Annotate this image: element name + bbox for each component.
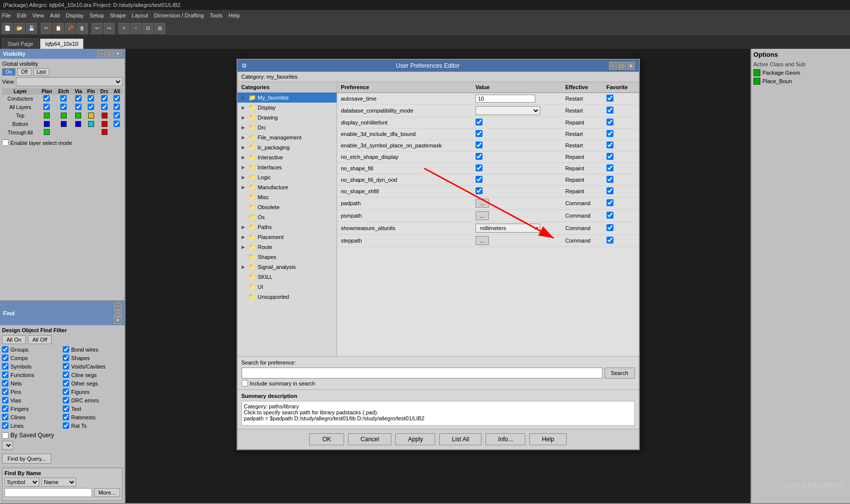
showmeasure-fav-cb[interactable] [607,224,613,231]
toolbar-zoomall[interactable]: ⊞ [154,23,165,34]
view-select[interactable] [16,77,122,86]
voids-cb[interactable] [63,363,69,370]
menu-view[interactable]: View [32,12,44,18]
cat-misc[interactable]: 📁 Misc [238,192,337,202]
toolbar-cut[interactable]: ✂ [41,23,52,34]
no-shape-dyn-cb[interactable] [476,176,483,183]
functions-cb[interactable] [2,372,8,378]
cat-shapes[interactable]: 📁 Shapes [238,252,337,262]
toolbar-undo[interactable]: ↩ [92,23,103,34]
search-pref-btn[interactable]: Search [605,368,635,378]
toolbar-open[interactable]: 📂 [14,23,25,34]
all-drc-cb[interactable] [101,104,108,110]
showmeasure-select[interactable]: millimeters inches [476,224,540,233]
toolbar-new[interactable]: 📄 [2,23,13,34]
conductors-pin-cb[interactable] [88,95,94,102]
nets-cb[interactable] [2,380,8,386]
include-summary-cb[interactable] [242,380,248,386]
toolbar-redo[interactable]: ↪ [104,23,115,34]
db-compat-select[interactable] [476,106,540,115]
no-etch-cb[interactable] [476,153,483,160]
psmpath-btn[interactable]: ... [476,211,489,220]
name-field-select[interactable]: Name Value [41,478,76,487]
menu-edit[interactable]: Edit [17,12,26,18]
3d-dfa-fav-cb[interactable] [607,130,613,137]
visibility-minimize[interactable]: − [98,50,105,57]
all-on-btn[interactable]: All On [2,335,26,344]
cat-paths[interactable]: ▶ 📁 Paths [238,222,337,232]
find-by-query-btn[interactable]: Find by Query... [2,454,51,464]
toolbar-paste[interactable]: 📌 [65,23,76,34]
menu-shape[interactable]: Shape [110,12,126,18]
nohilitefont-cb[interactable] [476,119,483,126]
toolbar-save[interactable]: 💾 [26,23,37,34]
all-off-btn[interactable]: All Off [28,335,52,344]
dialog-close[interactable]: ✕ [627,62,635,70]
cat-skill[interactable]: 📁 SKILL [238,272,337,282]
top-all-cb[interactable] [114,112,120,119]
cline-segs-cb[interactable] [63,372,69,378]
cat-my-favorites[interactable]: ▶ 📁 My_favorites [238,93,337,103]
visibility-restore[interactable]: □ [106,50,113,57]
ratsnests-cb[interactable] [63,414,69,420]
cancel-btn[interactable]: Cancel [348,433,391,445]
symbols-cb[interactable] [2,363,8,370]
menu-layout[interactable]: Layout [132,12,148,18]
3d-paste-cb[interactable] [476,141,483,148]
bond-wires-cb[interactable] [63,346,69,353]
3d-dfa-cb[interactable] [476,130,483,137]
cat-os[interactable]: 📁 Os [238,212,337,222]
cat-placement[interactable]: ▶ 📁 Placement [238,232,337,242]
lines-cb[interactable] [2,422,8,429]
all-pin-cb[interactable] [88,104,94,110]
menu-display[interactable]: Display [66,12,84,18]
text-cb[interactable] [63,405,69,412]
menu-setup[interactable]: Setup [90,12,104,18]
cat-interactive[interactable]: ▶ 📁 Interactive [238,152,337,162]
autosave-fav-cb[interactable] [607,95,613,102]
cat-file-management[interactable]: ▶ 📁 File_management [238,132,337,142]
conductors-all-cb[interactable] [114,95,120,102]
cat-signal-analysis[interactable]: ▶ 📁 Signal_analysis [238,262,337,272]
menu-dimension[interactable]: Dimension / Drafting [154,12,204,18]
fingers-cb[interactable] [2,405,8,412]
steppath-btn[interactable]: ... [476,236,489,245]
find-close[interactable]: ✕ [115,317,121,324]
nohilitefont-fav-cb[interactable] [607,119,613,126]
bottom-all-cb[interactable] [114,121,120,127]
comps-cb[interactable] [2,355,8,361]
padpath-btn[interactable]: ... [476,199,489,208]
all-via-cb[interactable] [75,104,82,110]
figures-cb[interactable] [63,388,69,395]
help-btn[interactable]: Help [529,433,567,445]
no-etch-fav-cb[interactable] [607,153,613,160]
menu-add[interactable]: Add [50,12,60,18]
cat-display[interactable]: ▶ 📁 Display [238,103,337,113]
steppath-fav-cb[interactable] [607,237,613,244]
dialog-minimize[interactable]: − [609,62,617,70]
tab-start-page[interactable]: Start Page [2,38,39,49]
menu-tools[interactable]: Tools [210,12,223,18]
cat-drawing[interactable]: ▶ 📁 Drawing [238,113,337,123]
toolbar-delete[interactable]: 🗑 [77,23,88,34]
more-btn[interactable]: More... [94,488,120,497]
find-restore[interactable]: □ [115,310,121,317]
all-all-cb[interactable] [114,104,120,110]
all-etch-cb[interactable] [60,104,67,110]
db-compat-fav-cb[interactable] [607,107,613,114]
menu-file[interactable]: File [2,12,11,18]
padpath-fav-cb[interactable] [607,199,613,206]
visibility-off-btn[interactable]: Off [17,68,31,76]
toolbar-copy[interactable]: 📋 [53,23,64,34]
name-search-input[interactable] [4,488,92,497]
autosave-value-input[interactable] [476,95,535,103]
no-shape-fill-cb[interactable] [476,164,483,171]
enable-layer-select-cb[interactable] [2,139,8,146]
conductors-plan-cb[interactable] [43,95,50,102]
cat-unsupported[interactable]: 📁 Unsupported [238,292,337,302]
drc-errors-cb[interactable] [63,397,69,403]
by-saved-query-cb[interactable] [2,432,8,439]
clines-cb[interactable] [2,414,8,420]
no-shape-xhfill-cb[interactable] [476,187,483,194]
menu-help[interactable]: Help [229,12,240,18]
